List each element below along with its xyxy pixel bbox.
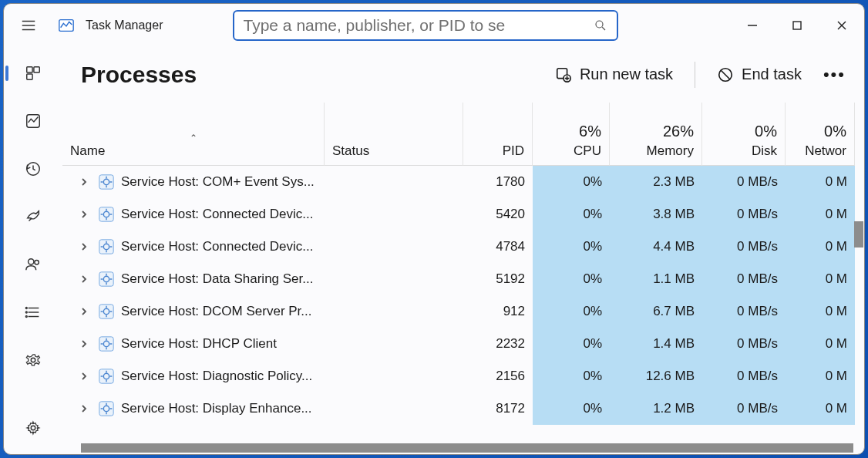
table-row[interactable]: Service Host: DCOM Server Pr...: [62, 295, 325, 328]
cell-memory: 4.4 MB: [610, 231, 702, 263]
cell-status: [325, 360, 463, 392]
cell-disk: 0 MB/s: [702, 198, 786, 231]
table-row[interactable]: Service Host: Display Enhance...: [62, 392, 325, 425]
cell-cpu: 0%: [533, 360, 610, 392]
cell-pid: 5192: [463, 263, 533, 295]
content: Processes Run new task End task ••• ⌃Nam…: [62, 47, 864, 454]
run-task-icon: [555, 66, 572, 83]
cell-cpu: 0%: [533, 231, 610, 263]
cell-disk: 0 MB/s: [702, 231, 786, 263]
search-input[interactable]: [244, 16, 594, 35]
process-icon: [98, 238, 115, 255]
nav-details[interactable]: [10, 297, 56, 328]
cell-network: 0 M: [786, 198, 855, 231]
col-cpu[interactable]: 6%CPU: [533, 103, 610, 166]
minimize-button[interactable]: [730, 8, 775, 42]
cell-cpu: 0%: [533, 328, 610, 360]
maximize-button[interactable]: [775, 8, 819, 42]
action-divider: [695, 62, 695, 88]
gear-icon: [25, 419, 42, 436]
nav-processes[interactable]: [10, 58, 56, 89]
svg-point-23: [25, 316, 27, 318]
cell-network: 0 M: [786, 392, 855, 425]
table-row[interactable]: Service Host: Connected Devic...: [62, 231, 325, 263]
col-memory[interactable]: 26%Memory: [610, 103, 702, 166]
cell-status: [325, 392, 463, 425]
table-row[interactable]: Service Host: DHCP Client: [62, 328, 325, 360]
services-icon: [25, 352, 42, 369]
cell-memory: 12.6 MB: [610, 360, 702, 392]
cell-network: 0 M: [786, 231, 855, 263]
cell-network: 0 M: [786, 360, 855, 392]
titlebar: Task Manager: [4, 4, 864, 47]
process-name: Service Host: COM+ Event Sys...: [121, 174, 315, 190]
process-table: ⌃NameStatusPID6%CPU26%Memory0%Disk0%Netw…: [62, 103, 864, 454]
nav-settings[interactable]: [10, 413, 56, 443]
page-header: Processes Run new task End task •••: [62, 47, 864, 103]
process-name: Service Host: Connected Devic...: [121, 207, 313, 222]
run-new-task-button[interactable]: Run new task: [555, 66, 673, 83]
cell-disk: 0 MB/s: [702, 392, 786, 425]
window-controls: [730, 8, 864, 42]
process-name: Service Host: Display Enhance...: [121, 401, 312, 416]
cell-network: 0 M: [786, 295, 855, 328]
col-status[interactable]: Status: [325, 103, 463, 166]
cell-pid: 8172: [463, 392, 533, 425]
svg-point-17: [34, 261, 39, 265]
svg-rect-11: [33, 67, 39, 72]
close-button[interactable]: [819, 8, 864, 42]
cell-pid: 5420: [463, 198, 533, 231]
processes-icon: [25, 65, 42, 82]
cell-network: 0 M: [786, 166, 855, 198]
svg-point-25: [31, 426, 35, 430]
col-network[interactable]: 0%Networ: [786, 103, 855, 166]
sidebar: [4, 47, 62, 454]
more-button[interactable]: •••: [823, 66, 846, 83]
col-pid[interactable]: PID: [463, 103, 533, 166]
nav-services[interactable]: [10, 345, 56, 375]
process-icon: [98, 303, 115, 320]
svg-point-4: [596, 21, 603, 28]
end-task-icon: [717, 66, 734, 83]
nav-startup[interactable]: [10, 201, 56, 232]
nav-performance[interactable]: [10, 106, 56, 136]
page-title: Processes: [81, 62, 197, 88]
process-name: Service Host: DCOM Server Pr...: [121, 304, 312, 319]
table-row[interactable]: Service Host: COM+ Event Sys...: [62, 166, 325, 198]
hamburger-menu[interactable]: [12, 8, 45, 42]
nav-users[interactable]: [10, 249, 56, 280]
table-row[interactable]: Service Host: Connected Devic...: [62, 198, 325, 231]
table-row[interactable]: Service Host: Data Sharing Ser...: [62, 263, 325, 295]
vertical-scrollbar[interactable]: [854, 221, 863, 248]
end-task-button[interactable]: End task: [717, 66, 802, 83]
search-box[interactable]: [233, 10, 618, 41]
table-row[interactable]: Service Host: Diagnostic Policy...: [62, 360, 325, 392]
svg-point-21: [25, 308, 27, 309]
process-name: Service Host: DHCP Client: [121, 336, 277, 352]
cell-disk: 0 MB/s: [702, 295, 786, 328]
cell-cpu: 0%: [533, 295, 610, 328]
search-icon: [594, 19, 607, 32]
process-name: Service Host: Connected Devic...: [121, 239, 313, 254]
window: Task Manager: [3, 3, 865, 455]
cell-pid: 2232: [463, 328, 533, 360]
svg-rect-7: [793, 22, 801, 29]
cell-cpu: 0%: [533, 198, 610, 231]
cell-memory: 1.1 MB: [610, 263, 702, 295]
nav-history[interactable]: [10, 153, 56, 184]
sort-indicator: ⌃: [70, 133, 316, 143]
hamburger-icon: [20, 17, 37, 34]
cell-network: 0 M: [786, 328, 855, 360]
col-disk[interactable]: 0%Disk: [702, 103, 786, 166]
cell-memory: 3.8 MB: [610, 198, 702, 231]
cell-disk: 0 MB/s: [702, 166, 786, 198]
process-icon: [98, 173, 115, 190]
startup-icon: [25, 208, 42, 225]
cell-status: [325, 166, 463, 198]
details-icon: [25, 304, 42, 321]
users-icon: [25, 256, 42, 273]
cell-cpu: 0%: [533, 263, 610, 295]
col-name[interactable]: ⌃Name: [62, 103, 325, 166]
horizontal-scrollbar[interactable]: [81, 443, 853, 453]
cell-pid: 2156: [463, 360, 533, 392]
